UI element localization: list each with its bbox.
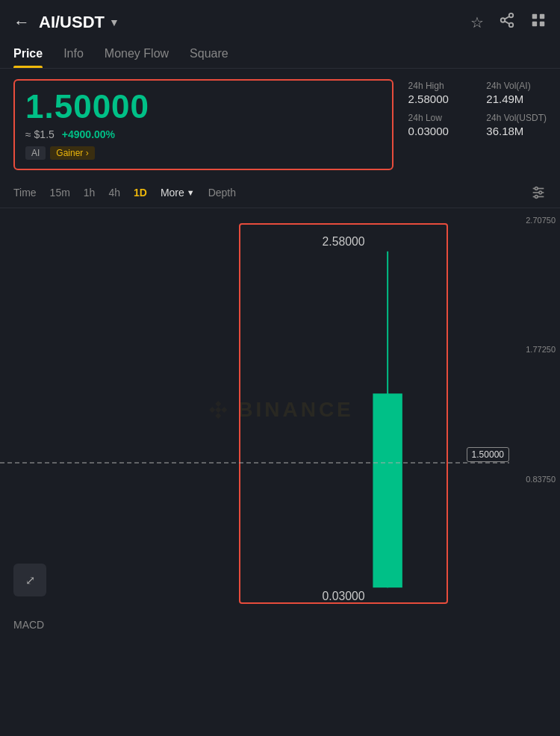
svg-text:0.03000: 0.03000 [323,590,365,602]
back-button[interactable]: ← [13,13,30,32]
chart-tab-depth[interactable]: Depth [208,184,236,202]
svg-point-0 [509,13,514,18]
stat-low-value: 0.03000 [408,125,469,137]
more-arrow-icon: ▼ [187,188,195,197]
svg-marker-18 [215,413,221,419]
chart-container: BINANCE 2.70750 1.77250 0.83750 2.58000 … [0,208,560,611]
price-line-value: 1.50000 [472,449,504,460]
gainer-tag[interactable]: Gainer › [50,146,94,160]
stat-high-label: 24h High [408,81,469,91]
header: ← AI/USDT ▼ ☆ [0,0,560,40]
chart-tab-more[interactable]: More ▼ [161,187,195,199]
header-icons: ☆ [470,12,547,32]
tab-price[interactable]: Price [13,40,43,68]
expand-button[interactable]: ⤢ [13,564,46,596]
macd-label: MACD [0,611,560,638]
svg-marker-17 [221,407,227,413]
expand-icon: ⤢ [25,573,35,587]
tab-money-flow[interactable]: Money Flow [105,40,169,68]
svg-point-13 [539,191,542,194]
y-label-low: 0.83750 [514,475,556,484]
tab-square[interactable]: Square [190,40,228,68]
stat-low-label: 24h Low [408,113,469,123]
price-line-label: 1.50000 [467,447,509,462]
share-icon[interactable] [499,12,515,32]
svg-rect-6 [540,14,544,19]
price-sub: ≈ $1.5 +4900.00% [25,128,382,140]
svg-text:2.58000: 2.58000 [323,235,365,248]
svg-rect-22 [373,393,402,587]
stat-low: 24h Low 0.03000 [408,113,469,137]
svg-marker-19 [215,407,221,413]
chart-y-axis: 2.70750 1.77250 0.83750 [509,208,560,611]
main-tabs: Price Info Money Flow Square [0,40,560,69]
stat-vol-usdt: 24h Vol(USDT) 36.18M [486,113,547,137]
svg-line-3 [505,21,509,24]
stat-high: 24h High 2.58000 [408,81,469,105]
svg-point-1 [501,18,505,22]
chart-tab-4h[interactable]: 4h [108,184,120,202]
svg-point-2 [509,23,514,27]
stat-vol-ai: 24h Vol(AI) 21.49M [486,81,547,105]
tab-info[interactable]: Info [63,40,84,68]
pair-name: AI/USDT [39,13,105,32]
svg-rect-8 [540,22,544,26]
svg-marker-15 [215,401,221,407]
candle-chart-box: 2.58000 0.03000 [239,223,448,604]
svg-rect-7 [532,22,537,26]
svg-marker-16 [209,407,215,413]
stat-vol-usdt-label: 24h Vol(USDT) [486,113,547,123]
price-stats: 24h High 2.58000 24h Vol(AI) 21.49M 24h … [408,79,547,170]
candle-svg: 2.58000 0.03000 [240,225,447,602]
price-line [0,462,509,464]
chart-tab-1d[interactable]: 1D [134,184,147,202]
y-label-top: 2.70750 [514,216,556,225]
svg-point-12 [535,187,538,190]
stat-vol-ai-value: 21.49M [486,93,547,105]
grid-icon[interactable] [530,12,547,32]
stat-vol-ai-label: 24h Vol(AI) [486,81,547,91]
svg-rect-5 [532,14,537,19]
price-tags: AI Gainer › [25,146,382,160]
chart-tab-time[interactable]: Time [13,184,37,202]
pair-title[interactable]: AI/USDT ▼ [39,13,119,32]
chart-tab-15m[interactable]: 15m [50,184,70,202]
svg-point-14 [535,196,538,199]
stat-high-value: 2.58000 [408,93,469,105]
pair-dropdown-icon: ▼ [109,16,119,28]
dashed-line-svg [0,462,509,464]
price-usd: ≈ $1.5 [25,128,55,140]
star-icon[interactable]: ☆ [470,13,484,31]
price-section: 1.50000 ≈ $1.5 +4900.00% AI Gainer › 24h… [0,69,560,178]
chart-settings-button[interactable] [530,184,547,201]
price-left-panel: 1.50000 ≈ $1.5 +4900.00% AI Gainer › [13,79,393,170]
svg-line-4 [505,16,509,19]
more-label: More [161,187,184,199]
y-label-mid: 1.77250 [514,345,556,354]
price-main: 1.50000 [25,88,382,125]
chart-tabs: Time 15m 1h 4h 1D More ▼ Depth [0,178,560,208]
stat-vol-usdt-value: 36.18M [486,125,547,137]
ai-tag[interactable]: AI [25,146,46,160]
price-change: +4900.00% [62,128,115,140]
chart-tab-1h[interactable]: 1h [84,184,96,202]
